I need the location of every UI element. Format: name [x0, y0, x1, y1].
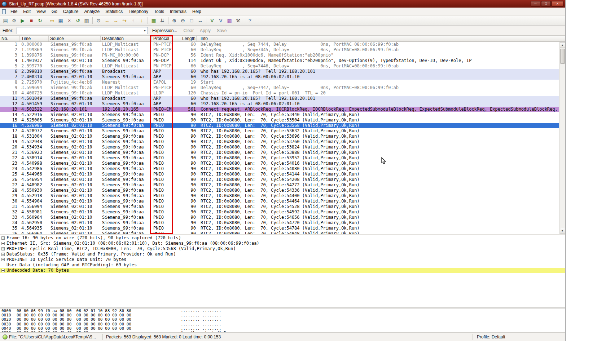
column-header-source[interactable]: Source — [49, 36, 101, 41]
display-filters-icon[interactable]: ∇ — [216, 17, 225, 25]
menu-internals[interactable]: Internals — [167, 8, 189, 15]
menu-go[interactable]: Go — [49, 8, 60, 15]
go-to-packet-icon[interactable]: ↪ — [120, 17, 129, 25]
detail-row[interactable]: User Data (including GAP and RTCPadding)… — [0, 262, 565, 268]
packet-row[interactable]: 264.546954Siemens_02:01:10Siemens_99:f0:… — [0, 177, 559, 182]
packet-row[interactable]: 304.554904Siemens_02:01:10Siemens_99:f0:… — [0, 199, 559, 204]
reload-file-icon[interactable]: ↺ — [74, 17, 82, 25]
help-icon[interactable]: ? — [246, 17, 254, 25]
close-file-icon[interactable]: × — [65, 17, 74, 25]
menu-help[interactable]: Help — [189, 8, 204, 15]
apply-button[interactable]: Apply — [198, 27, 212, 34]
packet-row[interactable]: 364.566964Siemens_02:01:10Siemens_99:f0:… — [0, 231, 559, 234]
zoom-out-icon[interactable]: ⊖ — [179, 17, 187, 25]
menu-view[interactable]: View — [34, 8, 49, 15]
expander-icon[interactable]: + — [1, 247, 5, 250]
packet-row[interactable]: 254.544966Siemens_02:01:10Siemens_99:f0:… — [0, 172, 559, 177]
packet-row[interactable]: 82.725970Fujitsu_4c:4e:b6NearestEAPOL19S… — [0, 80, 559, 85]
menu-tools[interactable]: Tools — [151, 8, 167, 15]
expression-button[interactable]: Expression... — [150, 27, 179, 34]
packet-row[interactable]: 21.199869Siemens_99:f0:abLLDP_MulticastP… — [0, 47, 559, 53]
capture-filters-icon[interactable]: ∇ — [208, 17, 216, 25]
packet-row[interactable]: 93.599694Siemens_99:f0:abLLDP_MulticastP… — [0, 85, 559, 90]
go-back-icon[interactable]: ← — [103, 17, 111, 25]
save-button[interactable]: Save — [215, 27, 228, 34]
packet-row[interactable]: 284.550930Siemens_02:01:10Siemens_99:f0:… — [0, 188, 559, 193]
menu-capture[interactable]: Capture — [60, 8, 82, 15]
packet-row[interactable]: 144.522916Siemens_02:01:10Siemens_99:f0:… — [0, 112, 559, 117]
packet-row[interactable]: 224.538914Siemens_02:01:10Siemens_99:f0:… — [0, 155, 559, 161]
list-interfaces-icon[interactable]: ▤ — [1, 17, 10, 25]
menu-telephony[interactable]: Telephony — [126, 8, 151, 15]
open-file-icon[interactable]: ▭ — [48, 17, 56, 25]
scrollbar-thumb[interactable] — [560, 49, 565, 64]
packet-row[interactable]: 174.528972Siemens_02:01:10Siemens_99:f0:… — [0, 128, 559, 134]
minimize-button[interactable]: ─ — [531, 1, 540, 6]
column-header-length[interactable]: Length — [173, 36, 197, 41]
expander-icon[interactable]: + — [1, 242, 5, 245]
menu-file[interactable]: File — [8, 8, 20, 15]
filter-input[interactable] — [17, 28, 142, 33]
packet-list-scrollbar[interactable]: ▲ ▼ — [559, 42, 565, 234]
packet-row[interactable]: 104.400723Siemens_99:f0:abLLDP_Multicast… — [0, 90, 559, 96]
scroll-up-icon[interactable]: ▲ — [560, 42, 565, 48]
find-packet-icon[interactable]: ⊙ — [94, 17, 103, 25]
resize-columns-icon[interactable]: ↔ — [196, 17, 205, 25]
expander-icon[interactable]: + — [1, 253, 5, 256]
packet-row[interactable]: 214.536923Siemens_02:01:10Siemens_99:f0:… — [0, 150, 559, 155]
packet-row[interactable]: 31.399876Siemens_99:f0:aaPN-MC_00:00:00P… — [0, 53, 559, 58]
scroll-down-icon[interactable]: ▼ — [560, 228, 565, 234]
preferences-icon[interactable]: ⚒ — [234, 17, 242, 25]
packet-row[interactable]: 52.399770Siemens_99:f0:abLLDP_MulticastP… — [0, 63, 559, 69]
colorize-icon[interactable]: ▩ — [149, 17, 158, 25]
packet-row[interactable]: 354.564935Siemens_02:01:10Siemens_99:f0:… — [0, 226, 559, 231]
packet-row[interactable]: 114.501049Siemens_99:f0:aaBroadcastARP60… — [0, 96, 559, 101]
packet-row[interactable]: 334.560964Siemens_02:01:10Siemens_99:f0:… — [0, 215, 559, 220]
packet-row[interactable]: 72.400314Siemens_02:01:10Siemens_99:f0:a… — [0, 74, 559, 80]
packet-row[interactable]: 164.526986Siemens_02:01:10Siemens_99:f0:… — [0, 123, 559, 128]
print-icon[interactable]: ▥ — [82, 17, 91, 25]
expander-icon[interactable]: + — [1, 236, 5, 240]
detail-row[interactable]: +Frame 16: 90 bytes on wire (720 bits), … — [0, 235, 565, 241]
packet-row[interactable]: 124.501459Siemens_02:01:10Siemens_99:f0:… — [0, 101, 559, 107]
detail-row[interactable]: +PROFINET IO Cyclic Service Data Unit: 7… — [0, 257, 565, 262]
packet-row[interactable]: 294.552918Siemens_02:01:10Siemens_99:f0:… — [0, 193, 559, 199]
close-button[interactable]: × — [552, 1, 563, 6]
coloring-rules-icon[interactable]: ▨ — [225, 17, 234, 25]
go-first-icon[interactable]: ↑ — [129, 17, 137, 25]
column-header-info[interactable]: Info — [197, 36, 565, 41]
packet-row[interactable]: 41.401937Siemens_02:01:10Siemens_99:f0:a… — [0, 58, 559, 63]
filter-label[interactable]: Filter: — [2, 28, 14, 33]
detail-row[interactable]: +Ethernet II, Src: Siemens_02:01:10 (08:… — [0, 241, 565, 246]
go-forward-icon[interactable]: → — [111, 17, 120, 25]
maximize-button[interactable]: □ — [541, 1, 551, 6]
packet-row[interactable]: 314.556994Siemens_02:01:10Siemens_99:f0:… — [0, 204, 559, 209]
zoom-normal-icon[interactable]: □ — [187, 17, 196, 25]
clear-button[interactable]: Clear — [181, 27, 196, 34]
capture-stop-icon[interactable]: ■ — [27, 17, 36, 25]
packet-row[interactable]: 274.548982Siemens_02:01:10Siemens_99:f0:… — [0, 182, 559, 188]
column-header-protocol[interactable]: Protocol — [152, 36, 173, 41]
packet-row[interactable]: 62.399810Siemens_99:f0:aaBroadcastARP60w… — [0, 69, 559, 74]
capture-start-icon[interactable]: ▶ — [18, 17, 27, 25]
packet-row[interactable]: 244.542986Siemens_02:01:10Siemens_99:f0:… — [0, 166, 559, 172]
column-header-time[interactable]: Time — [20, 36, 49, 41]
packet-row[interactable]: 184.531004Siemens_02:01:10Siemens_99:f0:… — [0, 134, 559, 139]
packet-row[interactable]: 344.562950Siemens_02:01:10Siemens_99:f0:… — [0, 220, 559, 226]
menu-edit[interactable]: Edit — [20, 8, 34, 15]
packet-row[interactable]: 234.540998Siemens_02:01:10Siemens_99:f0:… — [0, 161, 559, 166]
column-header-destination[interactable]: Destination — [101, 36, 152, 41]
packet-row[interactable]: 134.502522192.168.20.101192.168.20.165PN… — [0, 107, 559, 112]
go-last-icon[interactable]: ↓ — [137, 17, 146, 25]
expander-icon[interactable]: + — [1, 258, 5, 261]
capture-restart-icon[interactable]: ↻ — [36, 17, 44, 25]
status-profile-text[interactable]: Profile: Default — [474, 334, 564, 339]
packet-row[interactable]: 324.558981Siemens_02:01:10Siemens_99:f0:… — [0, 209, 559, 215]
filter-dropdown-icon[interactable]: ▾ — [142, 29, 148, 32]
save-file-icon[interactable]: ▦ — [56, 17, 65, 25]
packet-row[interactable]: 10.000000Siemens_99:f0:abLLDP_MulticastP… — [0, 42, 559, 47]
detail-row[interactable]: +Undecoded Data: 70 bytes — [0, 268, 565, 273]
detail-row[interactable]: +DataStatus: 0x35 (Frame: Valid and Prim… — [0, 252, 565, 257]
autoscroll-icon[interactable]: ⇊ — [158, 17, 167, 25]
packet-row[interactable]: 204.534934Siemens_02:01:10Siemens_99:f0:… — [0, 145, 559, 150]
